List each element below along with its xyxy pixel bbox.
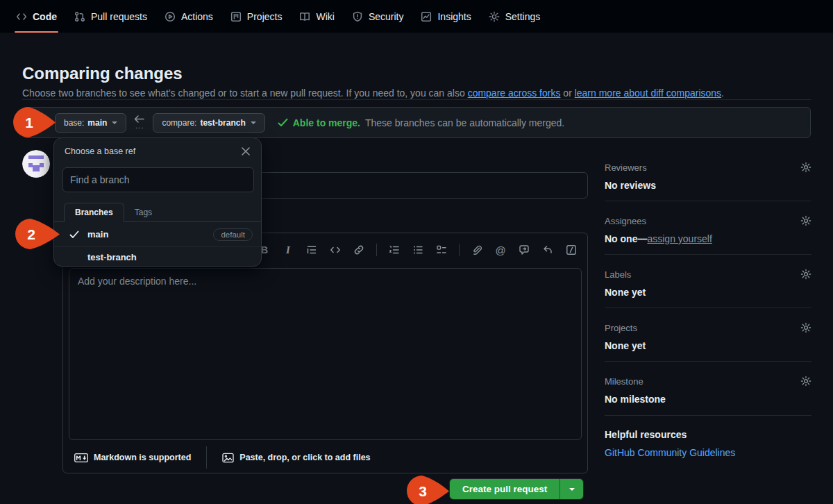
compare-across-forks-link[interactable]: compare across forks <box>468 87 561 99</box>
milestone-title: Milestone <box>605 376 643 387</box>
merge-status: Able to merge. These branches can be aut… <box>278 117 564 128</box>
task-list-icon[interactable] <box>431 240 452 260</box>
code-icon[interactable] <box>325 240 346 260</box>
tab-settings[interactable]: Settings <box>482 0 547 33</box>
graph-icon <box>421 11 432 22</box>
attach-files-button[interactable]: Paste, drop, or click to add files <box>222 453 370 463</box>
find-branch-input[interactable] <box>62 167 254 192</box>
page-title: Comparing changes <box>22 64 183 83</box>
branch-name: test-branch <box>87 252 137 262</box>
attach-files-label: Paste, drop, or click to add files <box>239 453 370 462</box>
chevron-down-icon <box>112 121 117 124</box>
subtitle-period: . <box>721 87 724 99</box>
annotation-marker-2: 2 <box>14 218 61 251</box>
assign-yourself-link[interactable]: assign yourself <box>647 233 712 244</box>
base-ref-dropdown-panel: Choose a base ref Branches Tags main def… <box>53 137 262 267</box>
identicon <box>22 150 50 178</box>
editor-footer: Markdown is supported Paste, drop, or cl… <box>63 442 587 473</box>
check-icon <box>278 118 288 127</box>
gear-icon <box>489 11 500 22</box>
tab-label: Pull requests <box>91 11 147 22</box>
mention-icon[interactable]: @ <box>490 240 511 260</box>
tab-label: Projects <box>247 11 283 22</box>
diff-comparisons-link[interactable]: learn more about diff comparisons <box>575 87 721 99</box>
create-pull-request-button[interactable]: Create pull request <box>450 479 559 499</box>
base-branch-dropdown-button[interactable]: base: main <box>55 113 126 133</box>
check-icon <box>69 230 79 239</box>
tab-label: Code <box>33 11 57 22</box>
tab-pull-requests[interactable]: Pull requests <box>68 0 153 33</box>
branch-name: main <box>87 229 108 240</box>
ref-dropdown-tabs: Branches Tags <box>54 203 261 222</box>
sidebar-divider <box>605 415 811 416</box>
tab-insights[interactable]: Insights <box>414 0 477 33</box>
shield-icon <box>352 11 363 22</box>
subtitle-text: Choose two branches to see what's change… <box>22 87 468 99</box>
ordered-list-icon[interactable] <box>384 240 405 260</box>
community-guidelines-link[interactable]: GitHub Community Guidelines <box>605 447 735 458</box>
range-separator: ... <box>134 115 145 130</box>
pr-description-textarea[interactable] <box>69 268 582 440</box>
tab-branches[interactable]: Branches <box>64 203 124 222</box>
gear-icon[interactable] <box>800 162 811 173</box>
merge-ok-text: Able to merge. <box>293 117 360 128</box>
tab-wiki[interactable]: Wiki <box>293 0 340 33</box>
quote-icon[interactable] <box>301 240 322 260</box>
sidebar-divider <box>605 308 811 308</box>
merge-detail-text: These branches can be automatically merg… <box>365 117 564 128</box>
range-dots-icon: ... <box>135 122 144 130</box>
base-ref-name: main <box>87 118 107 128</box>
tab-actions[interactable]: Actions <box>158 0 219 33</box>
markdown-icon <box>74 453 88 462</box>
compare-branch-dropdown-button[interactable]: compare: test-branch <box>153 113 264 133</box>
sidebar-section-labels: Labels None yet <box>605 269 811 298</box>
gear-icon[interactable] <box>800 322 811 333</box>
tab-security[interactable]: Security <box>346 0 410 33</box>
svg-text:1: 1 <box>25 115 33 131</box>
branch-item-test-branch[interactable]: test-branch <box>54 247 261 267</box>
labels-value: None yet <box>605 287 811 298</box>
link-icon[interactable] <box>348 240 369 260</box>
tab-label: Wiki <box>316 11 334 22</box>
tab-code[interactable]: Code <box>10 0 63 33</box>
book-icon <box>299 11 310 22</box>
tab-tags[interactable]: Tags <box>124 203 162 221</box>
base-prefix: base: <box>64 118 84 128</box>
footer-divider <box>206 446 207 469</box>
create-pull-request-options-button[interactable] <box>559 479 583 499</box>
sidebar-section-projects: Projects None yet <box>605 322 811 351</box>
sidebar-section-assignees: Assignees No one—assign yourself <box>605 215 811 244</box>
gear-icon[interactable] <box>800 376 811 387</box>
reviewers-value: No reviews <box>605 180 811 191</box>
unordered-list-icon[interactable] <box>407 240 428 260</box>
repo-tab-nav: Code Pull requests Actions Projects Wiki… <box>0 0 833 33</box>
sidebar-divider <box>605 361 811 362</box>
project-board-icon <box>230 11 242 22</box>
close-icon[interactable] <box>241 146 251 156</box>
chevron-down-icon <box>251 121 256 124</box>
code-icon <box>16 11 27 22</box>
tab-projects[interactable]: Projects <box>224 0 289 33</box>
reply-icon[interactable] <box>537 240 558 260</box>
italic-icon[interactable]: I <box>278 240 298 260</box>
paperclip-icon[interactable] <box>466 240 487 260</box>
tab-label: Settings <box>505 11 541 22</box>
branch-item-main[interactable]: main default <box>54 222 261 246</box>
svg-text:3: 3 <box>419 483 427 499</box>
tab-label: Security <box>369 11 404 22</box>
markdown-supported[interactable]: Markdown is supported <box>74 453 191 462</box>
markdown-supported-label: Markdown is supported <box>94 453 191 462</box>
assignees-value: No one— <box>605 233 647 244</box>
svg-text:2: 2 <box>27 226 35 242</box>
compare-prefix: compare: <box>162 118 196 128</box>
gear-icon[interactable] <box>800 269 811 280</box>
gear-icon[interactable] <box>800 215 811 226</box>
toolbar-divider <box>376 244 377 256</box>
tab-label: Insights <box>437 11 471 22</box>
slash-command-icon[interactable] <box>561 240 582 260</box>
cross-reference-icon[interactable] <box>514 240 535 260</box>
git-pull-request-icon <box>74 11 85 22</box>
projects-value: None yet <box>605 340 811 351</box>
annotation-marker-3: 3 <box>406 475 451 504</box>
ref-dropdown-title: Choose a base ref <box>65 146 135 156</box>
